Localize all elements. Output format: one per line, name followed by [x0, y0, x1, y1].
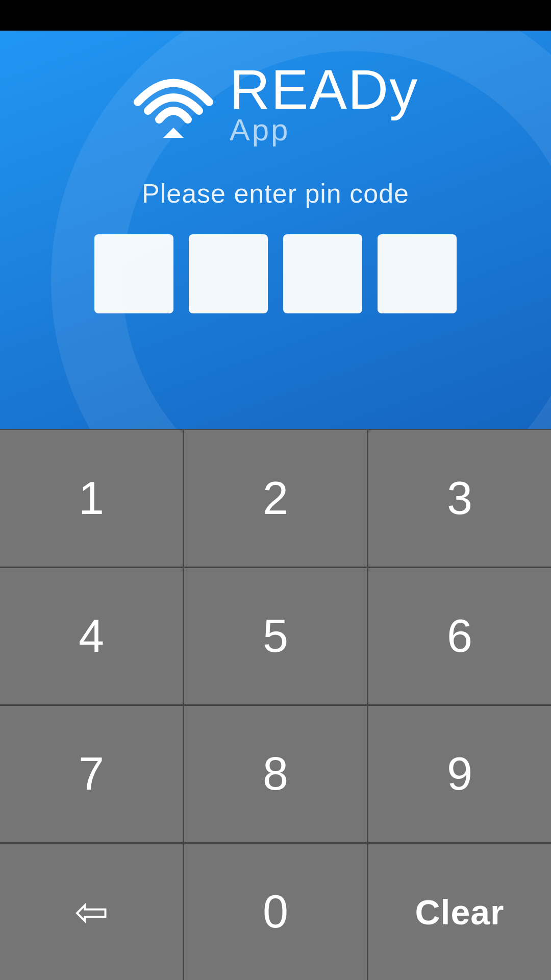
wifi-icon [133, 69, 214, 140]
key-backspace[interactable]: ⇦ [0, 844, 184, 980]
pin-box-1 [94, 234, 173, 313]
app-header: READy App Please enter pin code [0, 31, 551, 429]
app-name-block: READy App [230, 61, 419, 148]
svg-marker-0 [163, 128, 184, 138]
pin-box-2 [189, 234, 268, 313]
backspace-arrow-icon: ⇦ [74, 888, 109, 936]
keypad: 1 2 3 4 5 6 7 8 9 ⇦ 0 Clear [0, 429, 551, 980]
key-7[interactable]: 7 [0, 706, 184, 842]
keypad-row-3: 7 8 9 [0, 704, 551, 842]
status-bar [0, 0, 551, 31]
key-2[interactable]: 2 [184, 430, 368, 567]
pin-box-3 [283, 234, 362, 313]
key-4[interactable]: 4 [0, 568, 184, 704]
key-6[interactable]: 6 [368, 568, 551, 704]
app-title: READy [230, 61, 419, 117]
pin-box-4 [378, 234, 457, 313]
keypad-row-2: 4 5 6 [0, 567, 551, 704]
pin-boxes [94, 234, 457, 313]
app-subtitle: App [230, 112, 290, 148]
key-5[interactable]: 5 [184, 568, 368, 704]
key-0[interactable]: 0 [184, 844, 368, 980]
logo-area: READy App [133, 61, 419, 148]
keypad-row-4: ⇦ 0 Clear [0, 842, 551, 980]
key-1[interactable]: 1 [0, 430, 184, 567]
key-3[interactable]: 3 [368, 430, 551, 567]
key-8[interactable]: 8 [184, 706, 368, 842]
key-9[interactable]: 9 [368, 706, 551, 842]
key-clear[interactable]: Clear [368, 844, 551, 980]
pin-prompt: Please enter pin code [142, 178, 409, 209]
keypad-row-1: 1 2 3 [0, 429, 551, 567]
